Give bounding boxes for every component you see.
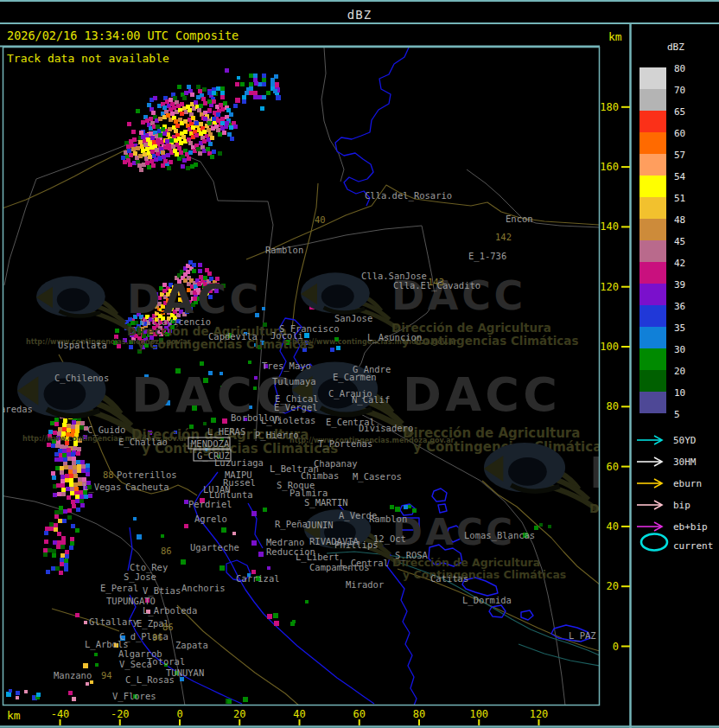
svg-text:100: 100 (600, 341, 619, 353)
svg-text:48: 48 (674, 214, 685, 226)
svg-text:Capdevila: Capdevila (208, 331, 258, 342)
map-layer: DACCDirección de Agriculturay Contingenc… (0, 48, 719, 706)
scale-block-10 (639, 392, 666, 413)
scale-block-70 (639, 89, 666, 111)
legend-item-bip: bip (637, 500, 690, 511)
svg-text:100: 100 (469, 708, 488, 720)
svg-text:120: 120 (530, 708, 549, 720)
svg-text:L_HERAS: L_HERAS (207, 426, 245, 437)
svg-text:Potrerillos: Potrerillos (117, 469, 177, 480)
svg-text:51: 51 (674, 193, 685, 204)
svg-text:Perdriel: Perdriel (188, 499, 232, 509)
svg-text:Manzano: Manzano (54, 670, 92, 680)
svg-text:20: 20 (607, 580, 619, 592)
svg-text:30: 30 (674, 344, 685, 355)
svg-text:bip: bip (673, 500, 690, 511)
svg-text:L_Dormida: L_Dormida (462, 595, 512, 606)
scale-block-30 (639, 348, 666, 370)
svg-text:eburn: eburn (673, 478, 702, 489)
svg-text:180: 180 (600, 101, 619, 113)
svg-text:C_L_Rosas: C_L_Rosas (125, 674, 175, 686)
svg-text:T_Porteñas: T_Porteñas (318, 438, 372, 450)
svg-text:Campamentos: Campamentos (309, 562, 370, 572)
svg-text:Ramblon: Ramblon (369, 514, 407, 524)
svg-text:V_Flores: V_Flores (112, 691, 156, 702)
svg-text:Ugarteche: Ugarteche (190, 542, 239, 552)
svg-text:eb+bip: eb+bip (673, 521, 708, 533)
svg-text:M_Caseros: M_Caseros (353, 471, 402, 482)
svg-text:E_Peral: E_Peral (100, 583, 138, 594)
svg-text:Luzuriaga: Luzuriaga (214, 457, 264, 468)
svg-text:20: 20 (233, 708, 245, 720)
scale-block-20 (639, 370, 666, 392)
scale-block-36 (639, 305, 666, 327)
scale-block-39 (639, 284, 666, 305)
svg-text:30HM: 30HM (673, 457, 697, 468)
svg-text:SanJose: SanJose (334, 313, 372, 323)
svg-text:50YD: 50YD (673, 435, 697, 446)
svg-text:L_PAZ: L_PAZ (569, 630, 596, 642)
svg-text:60: 60 (353, 708, 366, 720)
svg-text:Phillips: Phillips (334, 540, 379, 550)
svg-text:36: 36 (674, 301, 685, 312)
radar-app-window: dBZ 2026/02/16 13:34:00 UTC Composite Tr… (0, 0, 719, 728)
scale-block-60 (639, 132, 666, 154)
legend-item-eburn: eburn (637, 478, 702, 489)
svg-text:42: 42 (674, 258, 685, 269)
svg-text:96: 96 (152, 632, 163, 642)
svg-text:JUNIN: JUNIN (306, 520, 334, 530)
svg-text:Catitas: Catitas (430, 573, 468, 584)
svg-text:80: 80 (607, 400, 619, 412)
svg-text:143: 143 (428, 277, 444, 287)
svg-text:94: 94 (101, 670, 112, 680)
svg-text:160: 160 (600, 161, 619, 173)
svg-text:S_MARTIN: S_MARTIN (304, 497, 348, 508)
svg-text:Anchoris: Anchoris (181, 583, 226, 593)
svg-text:40: 40 (315, 214, 326, 225)
svg-text:70: 70 (674, 85, 685, 96)
dbz-color-scale: dBZ807065605754514845423936353020105 (639, 42, 686, 420)
current-ellipse-icon (641, 534, 667, 551)
svg-text:65: 65 (674, 106, 685, 118)
svg-text:E_Carmen: E_Carmen (333, 372, 377, 383)
y-axis: km180160140120100806040200 (600, 30, 630, 653)
svg-text:Agrelo: Agrelo (194, 514, 227, 524)
svg-text:Lomas_Blancas: Lomas_Blancas (464, 530, 535, 541)
svg-text:L_Asuncion: L_Asuncion (367, 332, 422, 343)
svg-text:S_ROSA: S_ROSA (395, 550, 429, 561)
svg-text:Divisadero: Divisadero (359, 423, 413, 433)
scale-block-57 (639, 154, 666, 176)
scale-block-65 (639, 111, 666, 132)
svg-text:140: 140 (600, 220, 619, 233)
svg-text:L_Vegas: L_Vegas (83, 482, 121, 493)
svg-text:Encon: Encon (506, 214, 533, 224)
svg-text:L_Violetas: L_Violetas (261, 415, 315, 426)
svg-text:0: 0 (176, 708, 182, 720)
svg-text:Tres_Mayo: Tres_Mayo (262, 361, 311, 372)
svg-text:L_Arboleda: L_Arboleda (143, 605, 197, 616)
x-axis: km-40-20020406080100120 (7, 708, 548, 725)
svg-text:DACC: DACC (589, 448, 719, 498)
svg-text:40: 40 (607, 520, 619, 533)
svg-text:20: 20 (674, 366, 685, 377)
svg-text:12_Oct: 12_Oct (373, 533, 406, 545)
svg-text:60: 60 (674, 128, 685, 139)
svg-text:54: 54 (674, 171, 686, 182)
svg-text:57: 57 (674, 150, 685, 161)
svg-text:-40: -40 (51, 708, 70, 720)
svg-text:45: 45 (674, 236, 685, 247)
svg-text:120: 120 (600, 281, 619, 293)
svg-text:35: 35 (674, 322, 685, 334)
svg-text:5: 5 (674, 409, 680, 420)
svg-text:N_Calif: N_Calif (352, 394, 390, 406)
radar-display-canvas[interactable]: DACCDirección de Agriculturay Contingenc… (0, 0, 719, 728)
svg-text:DACC: DACC (403, 367, 561, 422)
svg-text:E_1-736: E_1-736 (468, 251, 506, 262)
svg-text:Clla.del_Rosario: Clla.del_Rosario (365, 190, 452, 201)
svg-text:S_Jose: S_Jose (124, 572, 156, 583)
svg-text:60: 60 (607, 461, 619, 473)
svg-text:40: 40 (293, 708, 305, 720)
svg-text:80: 80 (413, 708, 425, 720)
svg-text:aredas: aredas (0, 404, 33, 414)
legend-item-50YD: 50YD (637, 435, 697, 446)
